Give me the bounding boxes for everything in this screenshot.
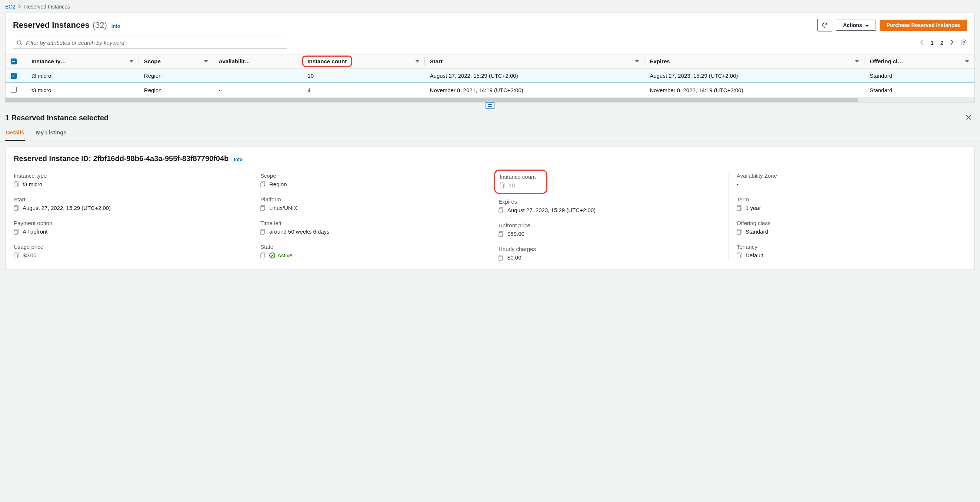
cell-az: - <box>213 83 302 98</box>
filter-icon[interactable] <box>635 60 639 63</box>
svg-rect-15 <box>261 230 264 234</box>
copy-icon[interactable] <box>737 205 743 211</box>
tab-my-listings[interactable]: My Listings <box>35 129 67 141</box>
col-expires[interactable]: Expires <box>644 54 864 68</box>
value-instance-count: 10 <box>509 182 515 188</box>
value-tenancy: Default <box>746 252 763 258</box>
col-offering-class[interactable]: Offering cl… <box>864 54 974 68</box>
svg-rect-9 <box>14 254 18 258</box>
svg-rect-5 <box>14 207 18 211</box>
cell-scope: Region <box>139 68 213 83</box>
pager-page-2[interactable]: 2 <box>940 40 943 46</box>
svg-rect-26 <box>499 256 502 260</box>
tab-details[interactable]: Details <box>5 129 25 141</box>
purchase-button[interactable]: Purchase Reserved Instances <box>880 20 967 31</box>
value-time-left: around 50 weeks 6 days <box>269 229 329 235</box>
copy-icon[interactable] <box>500 183 506 188</box>
reserved-instance-id: 2fbf16dd-98b6-4a3a-955f-83f87790f04b <box>93 154 229 162</box>
copy-icon[interactable] <box>498 255 504 261</box>
detail-title-prefix: Reserved Instance ID: <box>14 154 91 162</box>
filter-icon[interactable] <box>415 60 420 63</box>
search-icon <box>17 40 22 46</box>
col-scope[interactable]: Scope <box>139 54 213 68</box>
filter-icon[interactable] <box>965 60 969 63</box>
toolbar: 1 2 <box>6 34 974 54</box>
cell-az: - <box>213 68 302 83</box>
pager-next[interactable] <box>950 39 954 46</box>
col-az[interactable]: Availabilit… <box>213 54 302 68</box>
value-instance-type: t3.micro <box>22 181 42 187</box>
refresh-button[interactable] <box>818 19 832 32</box>
label-tenancy: Tenancy <box>737 244 958 250</box>
cell-type: t3.micro <box>26 68 139 83</box>
copy-icon[interactable] <box>737 229 743 235</box>
copy-icon[interactable] <box>260 229 266 235</box>
svg-rect-24 <box>499 232 502 237</box>
breadcrumb-root[interactable]: EC2 <box>5 4 15 10</box>
pager-page-1[interactable]: 1 <box>931 40 933 46</box>
copy-icon[interactable] <box>14 253 20 258</box>
item-count: (32) <box>92 21 107 30</box>
pager: 1 2 <box>920 39 967 47</box>
col-instance-type[interactable]: Instance ty… <box>26 54 139 68</box>
col-start[interactable]: Start <box>425 54 645 68</box>
value-platform: Linux/UNIX <box>269 205 298 211</box>
value-state: Active <box>277 252 293 258</box>
svg-rect-17 <box>261 254 264 258</box>
copy-icon[interactable] <box>498 231 504 237</box>
row-checkbox[interactable] <box>11 73 17 79</box>
svg-rect-20 <box>500 184 503 188</box>
label-platform: Platform <box>260 196 482 202</box>
drag-handle-icon[interactable] <box>485 102 495 109</box>
settings-icon[interactable] <box>960 39 967 47</box>
status-badge: Active <box>269 252 293 258</box>
svg-rect-30 <box>737 230 740 234</box>
value-term: 1 year <box>746 205 761 211</box>
copy-icon[interactable] <box>14 205 20 211</box>
info-link[interactable]: Info <box>234 157 243 162</box>
svg-rect-28 <box>737 207 740 211</box>
table-row[interactable]: t3.micro Region - 4 November 8, 2021, 14… <box>6 83 974 98</box>
value-expires: August 27, 2023, 15:29 (UTC+2:00) <box>508 207 595 213</box>
search-input[interactable] <box>13 37 287 49</box>
row-checkbox[interactable] <box>11 87 17 92</box>
svg-rect-13 <box>261 207 264 211</box>
cell-start: August 27, 2022, 15:29 (UTC+2:00) <box>425 68 645 83</box>
copy-icon[interactable] <box>260 253 266 258</box>
breadcrumb-current: Reserved Instances <box>24 4 70 10</box>
breadcrumb: EC2 Reserved Instances <box>0 0 980 13</box>
actions-label: Actions <box>843 22 862 28</box>
info-link[interactable]: Info <box>111 23 120 29</box>
value-payment-option: All upfront <box>22 229 48 235</box>
copy-icon[interactable] <box>14 181 20 187</box>
value-usage-price: $0.00 <box>22 252 37 258</box>
copy-icon[interactable] <box>498 207 504 213</box>
caret-down-icon <box>865 22 869 28</box>
cell-offering: Standard <box>864 68 974 83</box>
cell-scope: Region <box>139 83 213 98</box>
label-hourly: Hourly charges <box>498 246 720 252</box>
copy-icon[interactable] <box>260 181 266 187</box>
col-instance-count[interactable]: Instance count <box>302 54 425 68</box>
page-title: Reserved Instances <box>13 21 90 30</box>
table-row[interactable]: t3.micro Region - 10 August 27, 2022, 15… <box>6 68 974 83</box>
svg-rect-7 <box>14 230 18 234</box>
cell-type: t3.micro <box>26 83 139 98</box>
search-wrap <box>13 37 287 49</box>
copy-icon[interactable] <box>14 229 20 235</box>
label-scope: Scope <box>260 173 482 179</box>
actions-dropdown[interactable]: Actions <box>836 20 875 31</box>
copy-icon[interactable] <box>260 205 266 211</box>
label-instance-count: Instance count <box>500 174 536 180</box>
copy-icon[interactable] <box>737 253 743 258</box>
split-handle[interactable] <box>0 102 980 109</box>
filter-icon[interactable] <box>129 60 134 63</box>
select-all-checkbox[interactable] <box>11 59 17 64</box>
reserved-instances-table: Instance ty… Scope Availabilit… Instance… <box>6 54 974 98</box>
filter-icon[interactable] <box>204 60 208 63</box>
close-icon[interactable]: ✕ <box>962 113 975 122</box>
pager-prev[interactable] <box>920 39 924 46</box>
svg-point-0 <box>18 41 21 44</box>
filter-icon[interactable] <box>855 60 859 63</box>
cell-expires: November 8, 2022, 14:19 (UTC+2:00) <box>644 83 864 98</box>
